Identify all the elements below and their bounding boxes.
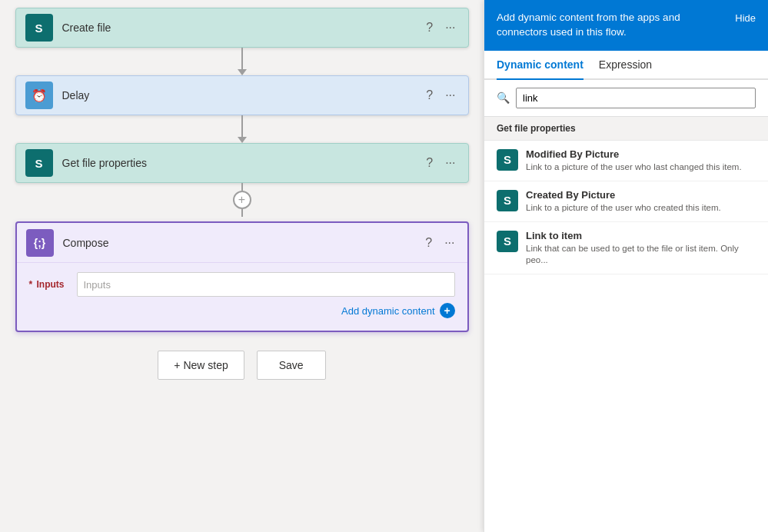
item-desc-created: Link to a picture of the user who create… (526, 202, 756, 214)
get-file-actions: ? ··· (423, 153, 458, 173)
plus-line-bottom (241, 209, 243, 217)
add-dynamic-content-row[interactable]: Add dynamic content + (29, 303, 455, 321)
compose-inputs-row: * Inputs (29, 272, 455, 297)
step-create-file: S Create file ? ··· (15, 8, 469, 48)
delay-actions: ? ··· (423, 85, 458, 105)
connector-line-2 (241, 115, 243, 137)
arrow-2 (238, 115, 247, 143)
step-compose: {;} Compose ? ··· * Inputs Add dynami (15, 221, 469, 332)
compose-icon: {;} (26, 229, 54, 257)
plus-circle-button[interactable]: + (233, 191, 251, 209)
item-title-link: Link to item (526, 230, 756, 241)
plus-connector: + (233, 183, 251, 221)
arrow-1 (238, 48, 247, 75)
delay-label: Delay (62, 89, 424, 101)
get-file-help-button[interactable]: ? (423, 153, 436, 173)
compose-actions: ? ··· (422, 233, 457, 253)
list-item[interactable]: S Created By Picture Link to a picture o… (484, 181, 768, 222)
compose-label: Compose (63, 237, 423, 249)
save-button[interactable]: Save (257, 351, 326, 380)
list-item[interactable]: S Link to item Link that can be used to … (484, 222, 768, 274)
plus-line-top (241, 183, 243, 191)
step-delay: ⏰ Delay ? ··· (15, 75, 469, 115)
step-get-file-properties: S Get file properties ? ··· (15, 143, 469, 183)
delay-icon: ⏰ (25, 81, 53, 109)
item-icon-modified: S (497, 149, 518, 171)
tab-dynamic-content[interactable]: Dynamic content (497, 51, 583, 80)
new-step-button[interactable]: + New step (158, 351, 244, 380)
arrowhead-1 (238, 69, 247, 75)
item-icon-created: S (497, 190, 518, 211)
item-content-modified: Modified By Picture Link to a picture of… (526, 148, 756, 173)
flow-steps-container: S Create file ? ··· ⏰ Delay ? ··· (15, 8, 468, 380)
search-box: 🔍 (484, 80, 768, 117)
panel-tabs: Dynamic content Expression (484, 51, 768, 80)
section-header: Get file properties (484, 117, 768, 141)
create-file-help-button[interactable]: ? (423, 18, 436, 38)
compose-more-button[interactable]: ··· (441, 233, 457, 253)
inputs-label: * Inputs (29, 279, 68, 290)
list-item[interactable]: S Modified By Picture Link to a picture … (484, 141, 768, 181)
item-content-created: Created By Picture Link to a picture of … (526, 189, 756, 214)
item-title-created: Created By Picture (526, 189, 756, 201)
item-icon-link: S (497, 231, 518, 252)
get-file-label: Get file properties (62, 157, 424, 169)
item-desc-modified: Link to a picture of the user who last c… (526, 161, 756, 173)
action-buttons: + New step Save (158, 351, 325, 380)
item-desc-link: Link that can be used to get to the file… (526, 243, 756, 266)
panel-header-text: Add dynamic content from the apps and co… (497, 11, 726, 40)
panel-header: Add dynamic content from the apps and co… (484, 0, 768, 51)
delay-more-button[interactable]: ··· (442, 85, 458, 105)
search-icon: 🔍 (497, 91, 510, 104)
add-dynamic-plus-button[interactable]: + (440, 303, 455, 318)
get-file-more-button[interactable]: ··· (442, 153, 458, 173)
compose-header: {;} Compose ? ··· (17, 223, 467, 263)
create-file-more-button[interactable]: ··· (442, 18, 458, 38)
flow-canvas: S Create file ? ··· ⏰ Delay ? ··· (0, 0, 484, 532)
panel-hide-button[interactable]: Hide (735, 11, 756, 24)
delay-help-button[interactable]: ? (423, 85, 436, 105)
item-content-link: Link to item Link that can be used to ge… (526, 230, 756, 266)
tab-expression[interactable]: Expression (599, 51, 652, 80)
search-input[interactable] (516, 88, 756, 108)
item-title-modified: Modified By Picture (526, 148, 756, 160)
compose-help-button[interactable]: ? (422, 233, 435, 253)
add-dynamic-label: Add dynamic content (341, 305, 434, 317)
create-file-label: Create file (62, 22, 424, 34)
create-file-icon: S (25, 14, 53, 42)
connector-line-1 (241, 48, 243, 69)
arrowhead-2 (238, 137, 247, 143)
inputs-field[interactable] (77, 272, 455, 297)
dynamic-content-panel: Add dynamic content from the apps and co… (484, 0, 768, 532)
get-file-icon: S (25, 149, 53, 177)
compose-body: * Inputs Add dynamic content + (17, 263, 467, 331)
create-file-actions: ? ··· (423, 18, 458, 38)
